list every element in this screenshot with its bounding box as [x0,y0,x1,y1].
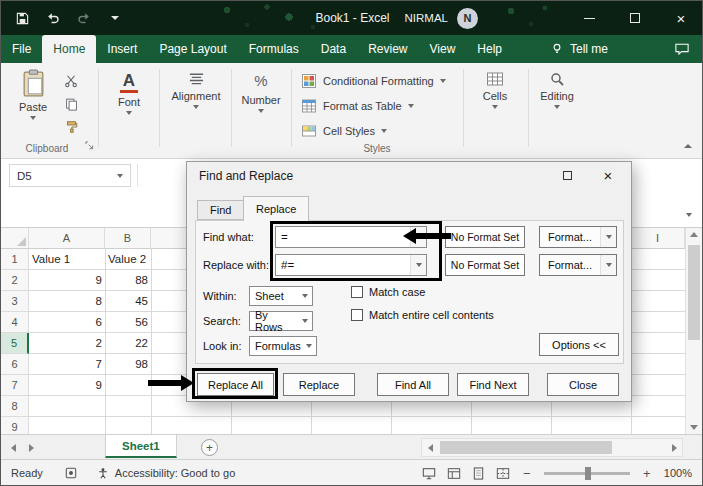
close-button[interactable]: × [658,1,703,35]
dialog-tab-find[interactable]: Find [197,200,244,220]
find-format-button[interactable]: Format... [539,226,617,248]
page-break-view-icon[interactable] [496,467,510,480]
cells-group-button[interactable]: Cells [469,71,521,109]
zoom-level[interactable]: 100% [664,467,692,479]
comment-icon[interactable] [660,35,703,63]
vertical-scrollbar[interactable] [685,228,702,434]
sheet-nav-left-icon[interactable] [11,435,16,460]
zoom-slider[interactable] [544,472,630,475]
scroll-up-icon[interactable] [686,232,702,237]
cell-B3[interactable]: 45 [106,291,148,312]
find-format-dropdown-icon[interactable] [600,227,616,247]
horizontal-scrollbar-track[interactable] [438,439,666,456]
scroll-right-icon[interactable] [666,439,682,456]
zoom-slider-thumb[interactable] [585,467,591,480]
name-box-dropdown-icon[interactable] [117,174,123,178]
user-name[interactable]: NIRMAL [405,12,448,24]
tab-home[interactable]: Home [42,35,96,63]
cell-A1[interactable]: Value 1 [32,249,70,270]
tab-data[interactable]: Data [310,35,357,63]
macro-record-icon[interactable] [65,467,77,479]
tab-tell-me[interactable]: Tell me [539,35,619,63]
dialog-maximize-button[interactable] [551,165,583,186]
find-what-input[interactable]: = [275,226,427,248]
cell-B5[interactable]: 22 [106,333,148,354]
display-settings-icon[interactable] [422,467,436,480]
paste-button[interactable]: Paste [11,69,55,120]
within-dropdown[interactable]: Sheet [249,286,313,306]
conditional-formatting-button[interactable]: Conditional Formatting [301,70,446,92]
find-all-button[interactable]: Find All [377,373,449,396]
cell-A7[interactable]: 9 [29,375,102,396]
accessibility-status[interactable]: Accessibility: Good to go [97,467,235,480]
replace-format-dropdown-icon[interactable] [600,255,616,275]
clipboard-dialog-launcher-icon[interactable] [85,136,94,154]
cell-A2[interactable]: 9 [29,270,102,291]
row-header-4[interactable]: 4 [1,312,29,333]
match-entire-checkbox-box[interactable] [351,309,363,321]
cell-A5[interactable]: 2 [29,333,102,354]
tab-file[interactable]: File [1,35,42,63]
collapse-ribbon-icon[interactable] [684,134,692,152]
replace-format-button[interactable]: Format... [539,254,617,276]
zoom-out-button[interactable]: − [521,466,533,481]
options-button[interactable]: Options << [539,333,619,356]
horizontal-scrollbar-thumb[interactable] [440,441,612,454]
page-layout-view-icon[interactable] [472,467,485,480]
avatar[interactable]: N [457,8,478,29]
match-entire-checkbox[interactable]: Match entire cell contents [351,309,494,321]
editing-group-button[interactable]: Editing [531,71,583,109]
font-group-button[interactable]: A Font [105,71,153,115]
row-header-2[interactable]: 2 [1,270,29,291]
cell-A6[interactable]: 7 [29,354,102,375]
normal-view-icon[interactable] [447,467,461,480]
row-header-6[interactable]: 6 [1,354,29,375]
maximize-button[interactable] [612,1,658,35]
sheet-nav-right-icon[interactable] [29,435,34,460]
qat-customize-chevron-icon[interactable] [106,9,124,27]
sheet-tab-sheet1[interactable]: Sheet1 [105,435,177,458]
tab-formulas[interactable]: Formulas [238,35,310,63]
formula-bar-expand-icon[interactable] [686,203,692,221]
new-sheet-button[interactable]: + [201,439,218,456]
cell-B1[interactable]: Value 2 [108,249,146,270]
find-what-dropdown-icon[interactable] [410,227,426,247]
name-box[interactable]: D5 [9,164,131,187]
copy-button[interactable] [59,94,83,114]
cell-B6[interactable]: 98 [106,354,148,375]
row-header-7[interactable]: 7 [1,375,29,396]
row-header-8[interactable]: 8 [1,396,29,417]
look-in-dropdown[interactable]: Formulas [249,336,317,356]
find-next-button[interactable]: Find Next [457,373,529,396]
row-header-5[interactable]: 5 [1,333,29,354]
match-case-checkbox-box[interactable] [351,286,363,298]
search-dropdown[interactable]: By Rows [249,311,313,331]
cell-B7[interactable] [106,375,148,396]
row-header-3[interactable]: 3 [1,291,29,312]
cell-A3[interactable]: 8 [29,291,102,312]
cell-B2[interactable]: 88 [106,270,148,291]
tab-help[interactable]: Help [466,35,513,63]
replace-all-button[interactable]: Replace All [197,373,274,396]
cut-button[interactable] [59,71,83,91]
format-as-table-button[interactable]: Format as Table [301,95,414,117]
tab-page-layout[interactable]: Page Layout [148,35,237,63]
vertical-scrollbar-thumb[interactable] [688,245,700,340]
tab-view[interactable]: View [419,35,467,63]
horizontal-scrollbar[interactable] [421,438,683,457]
number-group-button[interactable]: % Number [237,71,285,113]
redo-icon[interactable] [75,9,93,27]
replace-with-input[interactable]: #= [275,254,427,276]
row-header-1[interactable]: 1 [1,249,29,270]
dialog-close-action-button[interactable]: Close [547,373,619,396]
column-header-A[interactable]: A [29,228,105,249]
column-header-B[interactable]: B [105,228,151,249]
save-icon[interactable] [13,9,31,27]
dialog-close-button[interactable]: × [591,165,625,186]
minimize-button[interactable] [566,1,612,35]
replace-with-dropdown-icon[interactable] [410,255,426,275]
zoom-in-button[interactable]: + [641,466,653,481]
tab-review[interactable]: Review [357,35,418,63]
alignment-group-button[interactable]: Alignment [167,71,225,109]
dialog-tab-replace[interactable]: Replace [243,196,309,221]
